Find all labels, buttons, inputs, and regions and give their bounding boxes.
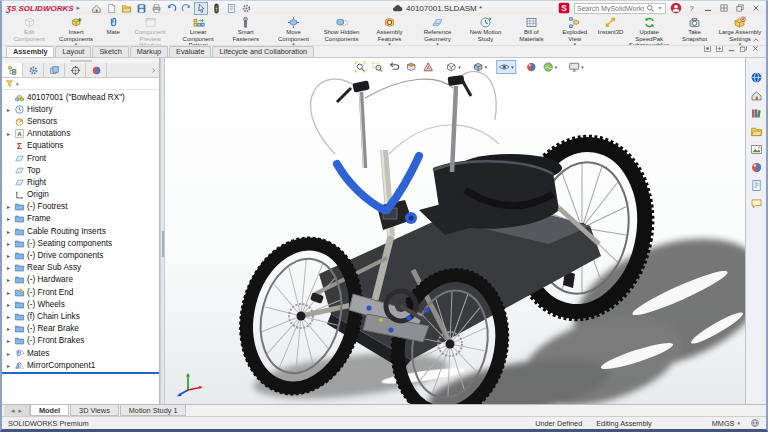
status-globe-icon[interactable] [750, 418, 760, 428]
units-selector[interactable]: MMGS [712, 419, 735, 428]
expand-arrow-icon[interactable]: ▸ [5, 325, 12, 332]
expand-arrow-icon[interactable]: ▸ [5, 264, 12, 271]
exploded-view-button[interactable]: Exploded View▾ [553, 16, 596, 45]
expand-arrow-icon[interactable]: ▸ [5, 203, 12, 210]
close-button[interactable] [749, 2, 762, 14]
dynamic-annotation-views-button[interactable]: A [420, 60, 436, 74]
solidworks-forum-button[interactable] [749, 196, 764, 211]
fm-tab-propertymanager[interactable] [23, 63, 44, 77]
fm-tab-dimxpertmanager[interactable] [65, 63, 86, 77]
expand-arrow-icon[interactable]: ▸ [5, 350, 12, 357]
collapse-ribbon-icon[interactable] [751, 36, 761, 44]
view-tab-model[interactable]: Model [30, 405, 69, 416]
filter-caret-icon[interactable]: ▾ [16, 81, 19, 87]
dropdown-caret-icon[interactable]: ▾ [436, 42, 439, 46]
display-style-button[interactable]: ▾ [470, 60, 490, 74]
assembly-features-button[interactable]: Assembly Features▾ [365, 16, 413, 45]
fm-tab-displaymanager[interactable] [86, 63, 107, 77]
show-hidden-components-button[interactable]: Show Hidden Components [317, 16, 365, 45]
tree-item-mirrorcomponent1[interactable]: ▸MirrorComponent1 [2, 359, 159, 371]
dropdown-caret-icon[interactable]: ▾ [388, 42, 391, 46]
expand-arrow-icon[interactable]: ▸ [5, 337, 12, 344]
tab-assembly[interactable]: Assembly [6, 46, 54, 57]
tab-sketch[interactable]: Sketch [92, 46, 128, 57]
dropdown-caret-icon[interactable]: ▾ [458, 64, 461, 70]
search-box[interactable] [574, 3, 666, 14]
tree-item-front-end[interactable]: ▸(-) Front End [2, 286, 159, 298]
filter-funnel-icon[interactable] [5, 79, 14, 88]
redo-button[interactable] [179, 2, 193, 15]
units-caret-icon[interactable]: ▾ [737, 420, 740, 426]
restore-button[interactable] [733, 2, 746, 14]
edit-appearance-button[interactable] [523, 60, 539, 74]
view-palette-button[interactable] [749, 142, 764, 157]
expand-arrow-icon[interactable]: ▸ [5, 362, 12, 369]
dropdown-caret-icon[interactable]: ▾ [573, 42, 576, 46]
tree-item-origin[interactable]: Origin [2, 189, 159, 201]
dropdown-caret-icon[interactable]: ▾ [511, 64, 514, 70]
move-component-button[interactable]: Move Component▾ [269, 16, 317, 45]
expand-arrow-icon[interactable]: ▸ [5, 289, 12, 296]
expand-arrow-icon[interactable]: ▸ [5, 240, 12, 247]
design-library-button[interactable] [749, 106, 764, 121]
take-snapshot-button[interactable]: Take Snapshot [673, 16, 716, 45]
undo-button[interactable] [164, 2, 178, 15]
tree-item-sensors[interactable]: Sensors [2, 115, 159, 127]
apply-scene-button[interactable]: ▾ [540, 60, 560, 74]
graphics-viewport[interactable]: A▾▾▾▾▾ [165, 58, 745, 404]
tree-item-wheels[interactable]: ▸(-) Wheels [2, 298, 159, 310]
tree-item-40107001-bowhead-rx[interactable]: 40107001 ("Bowhead RX") [2, 91, 159, 103]
select-button[interactable] [194, 2, 208, 15]
tree-item-drive-components[interactable]: ▸(-) Drive components [2, 249, 159, 261]
hide-show-items-button[interactable]: ▾ [496, 60, 516, 74]
search-input[interactable] [577, 5, 644, 12]
tree-item-right[interactable]: Right [2, 176, 159, 188]
search-caret-icon[interactable] [657, 5, 663, 11]
appearances-scenes-button[interactable] [749, 160, 764, 175]
mate-button[interactable]: Mate [100, 16, 126, 45]
update-speedpak-subassemblies-button[interactable]: Update SpeedPak Subassemblies [625, 16, 673, 45]
welcome-home-button[interactable] [89, 2, 103, 15]
reference-geometry-button[interactable]: Reference Geometry▾ [413, 16, 461, 45]
tree-item-f-chain-links[interactable]: ▸(f) Chain Links [2, 310, 159, 322]
section-view-button[interactable] [403, 60, 419, 74]
previous-view-button[interactable] [386, 60, 402, 74]
view-orientation-button[interactable]: ▾ [443, 60, 463, 74]
insert-components-button[interactable]: Insert Components▾ [52, 16, 100, 45]
expand-arrow-icon[interactable]: ▸ [5, 301, 12, 308]
dropdown-caret-icon[interactable]: ▾ [485, 64, 488, 70]
assembly-model[interactable] [165, 58, 745, 404]
zoom-to-fit-button[interactable] [352, 60, 368, 74]
layout-windows-button[interactable] [717, 2, 730, 14]
tree-item-front[interactable]: Front [2, 152, 159, 164]
zoom-to-area-button[interactable] [369, 60, 385, 74]
tree-item-equations[interactable]: ΣEquations [2, 140, 159, 152]
custom-properties-button[interactable] [749, 178, 764, 193]
expand-arrow-icon[interactable]: ▸ [5, 276, 12, 283]
menu-flyout-arrow[interactable]: ▸ [77, 4, 81, 12]
expand-arrow-icon[interactable]: ▸ [5, 313, 12, 320]
expand-arrow-icon[interactable]: ▸ [5, 130, 12, 137]
tab-lifecycle-and-collaboration[interactable]: Lifecycle and Collaboration [212, 46, 314, 57]
tab-markup[interactable]: Markup [130, 46, 168, 57]
rebuild-button[interactable] [209, 2, 223, 15]
expand-arrow-icon[interactable]: ▸ [5, 228, 12, 235]
view-tab-3d-views[interactable]: 3D Views [70, 405, 119, 416]
tree-item-frame[interactable]: ▸Frame [2, 213, 159, 225]
smart-fasteners-button[interactable]: Smart Fasteners [222, 16, 269, 45]
expand-arrow-icon[interactable]: ▸ [5, 215, 12, 222]
view-tab-motion-study-1[interactable]: Motion Study 1 [120, 405, 187, 416]
dropdown-caret-icon[interactable]: ▾ [292, 42, 295, 46]
fm-tab-configurationmanager[interactable] [44, 63, 65, 77]
tree-item-history[interactable]: ▸History [2, 103, 159, 115]
expand-arrow-icon[interactable]: ▸ [5, 106, 12, 113]
bill-of-materials-button[interactable]: Bill of Materials [509, 16, 553, 45]
linear-component-pattern-button[interactable]: Linear Component Pattern▾ [174, 16, 222, 45]
instant3d-button[interactable]: Instant3D [596, 16, 625, 45]
user-avatar[interactable] [670, 2, 682, 14]
dropdown-caret-icon[interactable]: ▾ [75, 42, 78, 46]
dropdown-caret-icon[interactable]: ▾ [739, 42, 742, 46]
tree-item-cable-routing-inserts[interactable]: ▸Cable Routing Inserts [2, 225, 159, 237]
tree-item-hardware[interactable]: ▸(-) Hardware [2, 274, 159, 286]
options-button[interactable] [239, 2, 253, 15]
